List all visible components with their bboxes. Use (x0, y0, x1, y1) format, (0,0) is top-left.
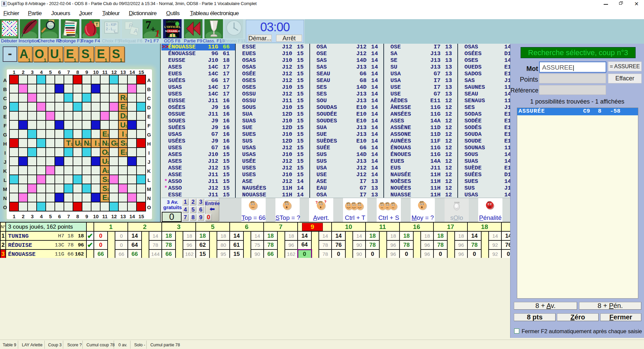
svg-text:1 - KIP: 1 - KIP (106, 23, 116, 27)
svg-text:2 - L…: 2 - L… (106, 27, 116, 31)
svg-text:1: 1 (155, 28, 160, 38)
svg-text:T: T (96, 22, 98, 27)
svg-text:L'OFFICIEL: L'OFFICIEL (164, 25, 181, 29)
svg-text:A: A (134, 28, 138, 34)
svg-text:?: ? (324, 200, 327, 204)
svg-text:SCRABBLE: SCRABBLE (165, 30, 180, 33)
svg-text:?: ? (315, 200, 318, 204)
